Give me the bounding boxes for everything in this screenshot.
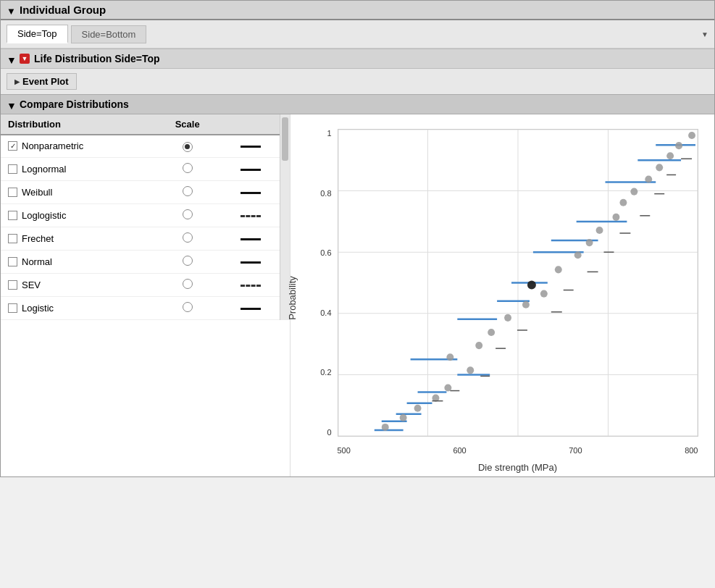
- checkbox-sev[interactable]: [8, 280, 17, 290]
- line-weibull: [241, 192, 261, 194]
- line-logistic: [241, 308, 261, 310]
- dist-name-normal: Normal: [22, 256, 52, 267]
- svg-point-43: [595, 227, 603, 234]
- main-container: ▼ Individual Group Side=Top Side=Bottom …: [0, 0, 715, 477]
- table-row: Logistic: [1, 296, 280, 319]
- svg-point-42: [585, 239, 593, 246]
- table-row: Lognormal: [1, 157, 280, 180]
- dist-name-weibull: Weibull: [22, 187, 52, 198]
- left-panel: Distribution Scale Nonparametric: [1, 114, 290, 476]
- svg-point-46: [630, 188, 637, 196]
- compare-distributions-header: ▼ Compare Distributions: [1, 94, 714, 114]
- table-row: Loglogistic: [1, 203, 280, 227]
- x-label-700: 700: [569, 446, 582, 455]
- radio-logistic[interactable]: [183, 302, 193, 312]
- x-label-500: 500: [338, 446, 351, 455]
- dist-name-lognormal: Lognormal: [22, 164, 66, 175]
- y-label-02: 0.2: [320, 368, 334, 377]
- checkbox-weibull[interactable]: [8, 188, 17, 197]
- line-normal: [241, 261, 261, 264]
- line-loglogistic: [241, 215, 261, 217]
- svg-point-32: [467, 366, 474, 374]
- distribution-table: Distribution Scale Nonparametric: [1, 114, 280, 320]
- y-axis-title-container: Probability: [287, 276, 298, 322]
- collapse-arrow[interactable]: ▼: [7, 6, 15, 14]
- y-label-04: 0.4: [320, 308, 334, 317]
- svg-point-47: [645, 175, 652, 182]
- table-row: Weibull: [1, 180, 280, 203]
- svg-point-29: [414, 405, 421, 412]
- title-bar: ▼ Individual Group: [1, 1, 714, 20]
- y-axis: 1 0.8 0.6 0.4 0.2 0: [300, 129, 335, 437]
- line-frechet: [241, 238, 261, 240]
- svg-point-49: [666, 152, 674, 159]
- x-label-600: 600: [453, 446, 466, 455]
- svg-point-41: [574, 251, 581, 259]
- checkbox-loglogistic[interactable]: [8, 211, 17, 220]
- checkbox-lognormal[interactable]: [8, 164, 17, 174]
- compare-collapse[interactable]: ▼: [7, 100, 15, 109]
- line-nonparametric: [241, 146, 261, 148]
- section-icon: ▼: [20, 54, 30, 64]
- dist-name-nonparametric: Nonparametric: [22, 140, 83, 151]
- radio-sev[interactable]: [183, 279, 193, 289]
- svg-point-27: [381, 424, 388, 431]
- svg-point-37: [527, 280, 535, 289]
- checkbox-normal[interactable]: [8, 257, 17, 266]
- chart-area: [338, 129, 698, 437]
- dist-name-logistic: Logistic: [22, 303, 54, 314]
- x-axis-title: Die strength (MPa): [338, 462, 698, 473]
- checkbox-logistic[interactable]: [8, 303, 17, 313]
- svg-point-39: [540, 290, 547, 298]
- content-area: Distribution Scale Nonparametric: [1, 114, 714, 476]
- radio-loglogistic[interactable]: [183, 209, 193, 219]
- compare-dist-title: Compare Distributions: [20, 98, 129, 110]
- table-row: Normal: [1, 250, 280, 273]
- svg-point-36: [504, 314, 511, 322]
- table-row: Nonparametric: [1, 135, 280, 157]
- x-axis: 500 600 700 800: [338, 446, 698, 455]
- tabs-dropdown-arrow[interactable]: ▼: [701, 30, 708, 38]
- svg-point-40: [554, 266, 561, 273]
- svg-point-50: [675, 142, 682, 149]
- event-plot-header[interactable]: ▶ Event Plot: [7, 73, 77, 90]
- y-label-1: 1: [327, 129, 334, 138]
- chart-svg: [338, 130, 698, 436]
- right-panel: 1 0.8 0.6 0.4 0.2 0 Probability: [290, 114, 714, 476]
- col-distribution: Distribution: [1, 114, 154, 135]
- table-row: SEV: [1, 273, 280, 296]
- radio-normal[interactable]: [183, 256, 193, 266]
- radio-frechet[interactable]: [183, 232, 193, 243]
- page-title: Individual Group: [20, 4, 106, 16]
- col-line: [221, 114, 280, 135]
- tabs-row: Side=Top Side=Bottom ▼: [1, 20, 714, 49]
- tab-side-bottom[interactable]: Side=Bottom: [71, 25, 147, 43]
- checkbox-nonparametric[interactable]: [8, 141, 17, 151]
- life-dist-title: Life Distribution Side=Top: [34, 53, 160, 64]
- y-label-06: 0.6: [320, 248, 334, 257]
- svg-point-51: [688, 132, 695, 139]
- svg-point-34: [475, 342, 482, 349]
- y-axis-title: Probability: [287, 276, 298, 320]
- dist-name-loglogistic: Loglogistic: [22, 210, 66, 221]
- svg-point-45: [619, 199, 627, 206]
- col-scale: Scale: [154, 114, 221, 135]
- life-distribution-header: ▼ ▼ Life Distribution Side=Top: [1, 49, 714, 69]
- radio-lognormal[interactable]: [183, 163, 193, 173]
- event-plot-label: Event Plot: [22, 76, 69, 87]
- svg-point-38: [522, 301, 529, 308]
- dist-name-sev: SEV: [22, 280, 41, 290]
- x-label-800: 800: [685, 446, 698, 455]
- tab-side-top[interactable]: Side=Top: [7, 25, 68, 43]
- radio-nonparametric[interactable]: [183, 142, 193, 152]
- radio-weibull[interactable]: [183, 186, 193, 196]
- chart-wrapper: 1 0.8 0.6 0.4 0.2 0 Probability: [300, 122, 706, 476]
- checkbox-frechet[interactable]: [8, 234, 17, 243]
- svg-point-28: [399, 414, 406, 421]
- life-dist-collapse[interactable]: ▼: [7, 54, 15, 63]
- line-lognormal: [241, 169, 261, 171]
- table-row: Frechet: [1, 227, 280, 250]
- scrollbar-thumb[interactable]: [282, 117, 288, 161]
- line-sev: [241, 285, 261, 287]
- svg-point-48: [656, 164, 663, 171]
